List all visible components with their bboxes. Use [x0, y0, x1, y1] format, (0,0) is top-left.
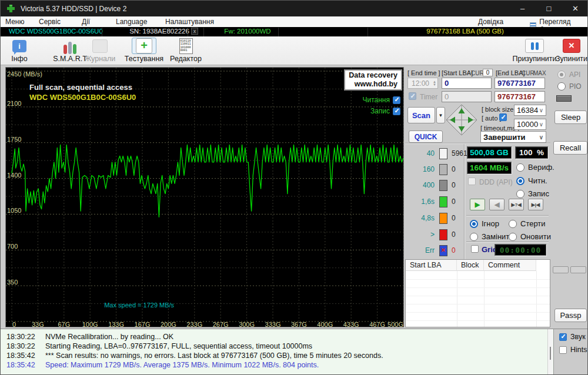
hints-checkbox-row: Hints	[559, 346, 587, 354]
speed-chart: 35070010501400175021002450 (MB/s)033G67G…	[6, 68, 404, 327]
svg-text:467G: 467G	[369, 321, 385, 327]
speed-bin-errors: Err ✕ 0	[405, 245, 464, 258]
svg-text:33G: 33G	[32, 321, 44, 327]
grid-checkbox[interactable]	[471, 245, 479, 253]
device-firmware: Fw: 201000WD	[212, 28, 283, 35]
on-end-action-select[interactable]: Завершити∨	[480, 131, 546, 143]
menu-item-language[interactable]: Language	[116, 18, 147, 26]
small-button-1	[553, 266, 569, 273]
menu-bar: Меню Сервіс Дії Language Налаштування До…	[1, 16, 588, 27]
menu-item-actions[interactable]: Дії	[82, 18, 90, 26]
start-lba-cur-button[interactable]: CUR	[471, 70, 484, 76]
bin-color-swatch	[439, 180, 447, 191]
close-device-button[interactable]: x	[191, 28, 198, 35]
block-size-select[interactable]: 16384∨	[514, 105, 546, 116]
speed-bin-400ms: 400 0	[405, 180, 464, 193]
defect-radio-ignore[interactable]: Ігнор	[470, 219, 499, 228]
binary-file-icon: 010110 110011 101000 8001	[179, 38, 193, 54]
column-block[interactable]: Block	[457, 260, 484, 271]
write-checkbox[interactable]	[393, 108, 400, 115]
radio-icon	[516, 190, 524, 198]
defect-radio-remap[interactable]: Замінити	[470, 232, 514, 241]
svg-text:67G: 67G	[58, 321, 70, 327]
defect-radio-erase[interactable]: Стерти	[509, 219, 546, 228]
end-lba-max-button[interactable]: MAX	[533, 70, 546, 76]
log-row: 18:30:22 NVMe Recallibration... by readi…	[1, 333, 544, 342]
menu-item-help[interactable]: Довідка	[478, 18, 503, 26]
mode-radio-verify[interactable]: Вериф.	[516, 163, 554, 172]
log-scrollbar[interactable]	[547, 329, 553, 375]
start-lba-input[interactable]: 0	[442, 78, 492, 89]
radio-icon	[516, 163, 524, 172]
block-size-label: [ block size ]	[482, 106, 517, 113]
column-comment[interactable]: Comment	[484, 260, 536, 271]
log-panel: 18:30:22 NVMe Recallibration... by readi…	[1, 329, 588, 375]
play-button[interactable]: ▶	[470, 199, 485, 210]
title-bar: Victoria 5.37 HDD/SSD | Device 2 – □ ✕	[1, 1, 588, 16]
progress-percent-display: 100 %	[515, 146, 548, 159]
svg-text:267G: 267G	[213, 321, 229, 327]
seek-edge-button[interactable]: ▶|◀	[528, 199, 543, 210]
end-lba-cur-button[interactable]: CUR	[522, 70, 534, 76]
graph-device-subtitle: WDC WDS500G1B0C-00S6U0	[29, 93, 136, 102]
auto-checkbox[interactable]	[499, 113, 507, 121]
log-row: 18:35:42 Speed: Maximum 1729 MB/s. Avera…	[1, 361, 544, 370]
passport-button[interactable]: Passp	[554, 309, 587, 322]
end-lba-input[interactable]: 976773167	[495, 78, 545, 89]
control-panel: [ End time ] [Start LBA] CUR 0 [End LBA]…	[405, 67, 550, 327]
stop-button[interactable]: ✕ Зупинити	[556, 38, 587, 64]
menu-item-settings[interactable]: Налаштування	[165, 18, 214, 26]
seek-error-button[interactable]: ▶?◀	[509, 199, 524, 210]
quick-button[interactable]: QUICK	[409, 130, 443, 143]
end-time-spinner: 12:00 ▲▼	[407, 78, 438, 89]
spinner-arrows-icon: ▲▼	[433, 81, 437, 86]
maximize-button[interactable]: □	[536, 1, 562, 16]
ddd-api-label: DDD (API)	[479, 178, 513, 186]
reverse-button[interactable]: ◀	[489, 199, 505, 210]
svg-text:0: 0	[12, 321, 16, 327]
direction-pad[interactable]	[445, 103, 478, 136]
close-button[interactable]: ✕	[562, 1, 588, 16]
pio-radio[interactable]: PIO	[557, 82, 582, 91]
scrollbar-thumb[interactable]	[550, 347, 551, 360]
radio-icon	[557, 71, 566, 79]
svg-text:1400: 1400	[7, 172, 21, 179]
sound-checkbox[interactable]	[559, 333, 567, 341]
mode-radio-read[interactable]: Читн.	[516, 176, 547, 185]
column-start-lba[interactable]: Start LBA	[406, 260, 457, 271]
svg-text:433G: 433G	[343, 321, 359, 327]
menu-item-menu[interactable]: Меню	[5, 18, 24, 26]
svg-text:2450 (MB/s): 2450 (MB/s)	[7, 71, 42, 78]
scan-dropdown-button[interactable]: ▼	[436, 107, 445, 123]
test-tubes-icon	[64, 38, 76, 54]
mode-radio-write[interactable]: Запис	[516, 189, 549, 198]
svg-text:100G: 100G	[82, 321, 98, 327]
speed-bin-40ms: 40 59619	[405, 148, 464, 161]
hints-checkbox[interactable]	[559, 346, 567, 354]
menu-item-service[interactable]: Сервіс	[39, 18, 61, 26]
minimize-button[interactable]: –	[509, 1, 536, 16]
info-tab-button[interactable]: i Інфо	[3, 38, 36, 64]
timeout-select[interactable]: 10000∨	[514, 119, 546, 130]
pause-button[interactable]: Призупинити	[514, 38, 554, 64]
ddd-api-checkbox	[468, 178, 476, 185]
scan-button[interactable]: Scan	[407, 107, 435, 123]
defect-radio-refresh[interactable]: Оновити	[509, 232, 551, 241]
read-checkbox[interactable]	[393, 96, 400, 104]
device-info-bar: WDC WDS500G1B0C-00S6U0 SN: 1938AE802226 …	[1, 27, 588, 36]
api-radio: API	[557, 71, 580, 79]
sleep-button[interactable]: Sleep	[554, 111, 587, 124]
scanned-size-display: 500,08 GB	[467, 146, 512, 159]
speed-bin-over: > 0	[405, 229, 464, 242]
green-cross-icon: +	[132, 38, 156, 54]
testing-tab-button[interactable]: + Тестування	[123, 38, 165, 64]
recall-button[interactable]: Recall	[553, 141, 587, 155]
editor-tab-button[interactable]: 010110 110011 101000 8001 Редактор	[166, 38, 205, 64]
remaining-lba-input[interactable]: 976773167	[495, 91, 545, 102]
start-lba-zero-button[interactable]: 0	[483, 69, 493, 76]
toolbar: i Інфо S.M.A.R.T Журнали + Тестування 01…	[1, 36, 588, 65]
bin-color-swatch: ✕	[439, 245, 447, 256]
defect-table[interactable]: Start LBA Block Comment	[405, 259, 550, 327]
data-recovery-badge: Data recovery www.hdd.by	[344, 69, 402, 91]
timer-checkbox	[409, 92, 416, 100]
